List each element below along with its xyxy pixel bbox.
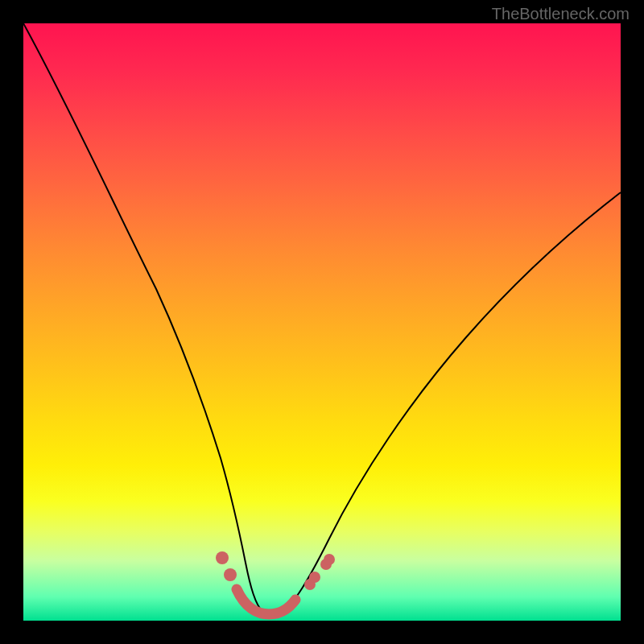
curve-svg <box>23 23 621 621</box>
marker-point <box>216 551 229 564</box>
marker-point <box>309 572 320 583</box>
bottleneck-curve <box>23 23 621 615</box>
watermark-text: TheBottleneck.com <box>492 5 630 23</box>
marker-point <box>324 554 335 565</box>
plot-area <box>23 23 621 621</box>
marker-segment <box>237 589 295 614</box>
marker-point <box>224 568 237 581</box>
chart-container: TheBottleneck.com <box>0 0 644 644</box>
